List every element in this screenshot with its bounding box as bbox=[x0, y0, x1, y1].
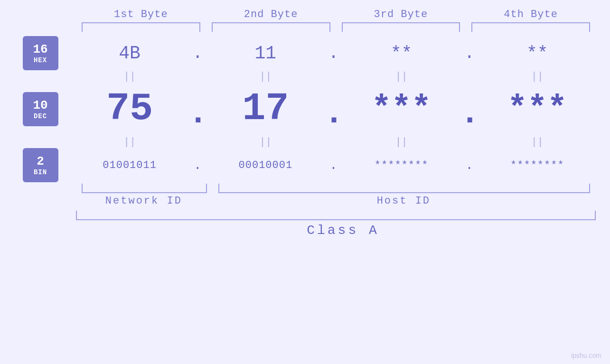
dec-dot-2: . bbox=[324, 88, 343, 131]
bracket-top-3 bbox=[342, 22, 460, 32]
bracket-overall bbox=[76, 211, 596, 220]
dec-badge-num: 10 bbox=[33, 98, 47, 112]
class-label: Class A bbox=[83, 223, 603, 238]
eq-dec-bin-2: || bbox=[207, 136, 324, 148]
bracket-top-4 bbox=[471, 22, 590, 32]
watermark: ipshu.com bbox=[571, 352, 601, 359]
host-id-label: Host ID bbox=[217, 195, 590, 207]
bracket-top-1 bbox=[82, 22, 200, 32]
hex-dot-3: . bbox=[460, 44, 479, 63]
bin-val-3: ******** bbox=[343, 159, 460, 171]
bin-dot-2: . bbox=[324, 158, 343, 173]
bin-dot-1: . bbox=[188, 158, 207, 173]
bin-val-1: 01001011 bbox=[71, 159, 188, 171]
dec-val-2: 17 bbox=[207, 90, 324, 129]
eq-hex-dec-2: || bbox=[207, 71, 324, 83]
byte4-header: 4th Byte bbox=[466, 9, 596, 20]
dec-val-1: 75 bbox=[71, 90, 188, 129]
bracket-top-2 bbox=[212, 22, 330, 32]
eq-dec-bin-4: || bbox=[479, 136, 596, 148]
dec-badge-label: DEC bbox=[34, 112, 47, 120]
byte2-header: 2nd Byte bbox=[206, 9, 336, 20]
dec-badge: 10 DEC bbox=[23, 92, 58, 126]
eq-dec-bin-3: || bbox=[343, 136, 460, 148]
bin-badge: 2 BIN bbox=[23, 148, 58, 182]
byte1-header: 1st Byte bbox=[76, 9, 206, 20]
hex-dot-1: . bbox=[188, 44, 207, 63]
eq-hex-dec-4: || bbox=[479, 71, 596, 83]
main-container: 1st Byte 2nd Byte 3rd Byte 4th Byte 16 H… bbox=[0, 0, 610, 364]
bracket-bottom-net bbox=[82, 184, 207, 193]
eq-dec-bin-1: || bbox=[71, 136, 188, 148]
hex-badge-num: 16 bbox=[33, 42, 47, 56]
dec-val-4: *** bbox=[479, 93, 596, 126]
bin-val-2: 00010001 bbox=[207, 159, 324, 171]
bracket-bottom-host bbox=[218, 184, 590, 193]
bin-dot-3: . bbox=[460, 158, 479, 173]
network-id-label: Network ID bbox=[82, 195, 206, 207]
hex-badge: 16 HEX bbox=[23, 36, 58, 70]
bin-badge-label: BIN bbox=[34, 168, 47, 176]
hex-val-4: ** bbox=[479, 43, 596, 64]
dec-dot-1: . bbox=[188, 88, 207, 131]
dec-val-3: *** bbox=[343, 93, 460, 126]
byte3-header: 3rd Byte bbox=[336, 9, 466, 20]
dec-dot-3: . bbox=[460, 88, 479, 131]
hex-badge-label: HEX bbox=[34, 56, 47, 64]
hex-val-2: 11 bbox=[207, 43, 324, 64]
eq-hex-dec-3: || bbox=[343, 71, 460, 83]
hex-val-1: 4B bbox=[71, 43, 188, 64]
bin-badge-num: 2 bbox=[37, 154, 44, 168]
hex-val-3: ** bbox=[343, 43, 460, 64]
hex-dot-2: . bbox=[324, 44, 343, 63]
eq-hex-dec-1: || bbox=[71, 71, 188, 83]
bin-val-4: ******** bbox=[479, 159, 596, 171]
